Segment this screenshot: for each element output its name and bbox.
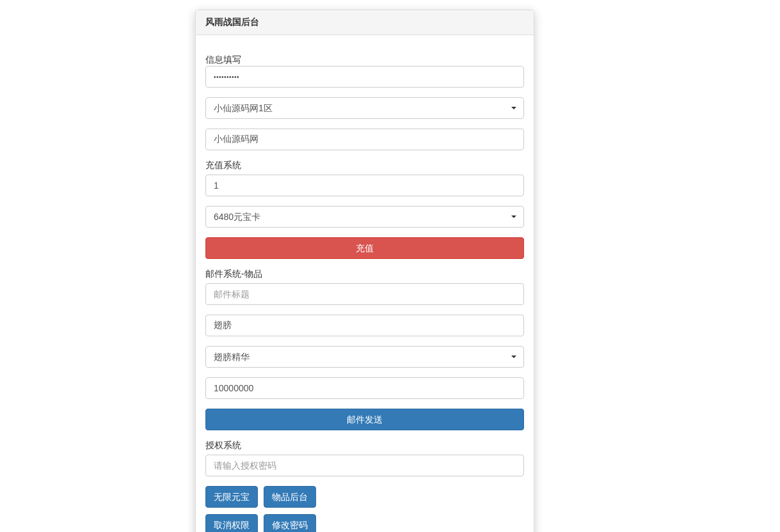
recharge-button[interactable]: 充值 <box>205 237 524 259</box>
panel-heading: 风雨战国后台 <box>196 10 534 35</box>
change-password-button[interactable]: 修改密码 <box>264 514 316 532</box>
mail-send-button[interactable]: 邮件发送 <box>205 409 524 430</box>
server-select[interactable]: 小仙源码网1区 <box>205 97 524 119</box>
section-mail-label: 邮件系统-物品 <box>205 269 524 280</box>
panel-body: 信息填写 小仙源码网1区 充值系统 6480元宝卡 充值 邮件系统-物品 <box>196 35 534 532</box>
auth-password-input[interactable] <box>205 455 524 476</box>
admin-panel: 风雨战国后台 信息填写 小仙源码网1区 充值系统 6480元宝卡 充值 邮件系统… <box>195 10 534 532</box>
cancel-auth-button[interactable]: 取消权限 <box>205 514 258 532</box>
mail-amount-input[interactable] <box>205 377 524 399</box>
section-recharge-label: 充值系统 <box>205 160 524 171</box>
unlimited-gold-button[interactable]: 无限元宝 <box>205 486 258 508</box>
section-info-label: 信息填写 <box>205 54 524 66</box>
recharge-quantity-input[interactable] <box>205 175 524 196</box>
section-auth-label: 授权系统 <box>205 440 524 451</box>
panel-title: 风雨战国后台 <box>205 17 524 28</box>
recharge-card-select[interactable]: 6480元宝卡 <box>205 206 524 228</box>
mail-title-input[interactable] <box>205 283 524 305</box>
mail-item-select[interactable]: 翅膀精华 <box>205 346 524 368</box>
item-admin-button[interactable]: 物品后台 <box>264 486 316 508</box>
password-input[interactable] <box>205 66 524 88</box>
username-input[interactable] <box>205 129 524 150</box>
mail-name-input[interactable] <box>205 315 524 336</box>
